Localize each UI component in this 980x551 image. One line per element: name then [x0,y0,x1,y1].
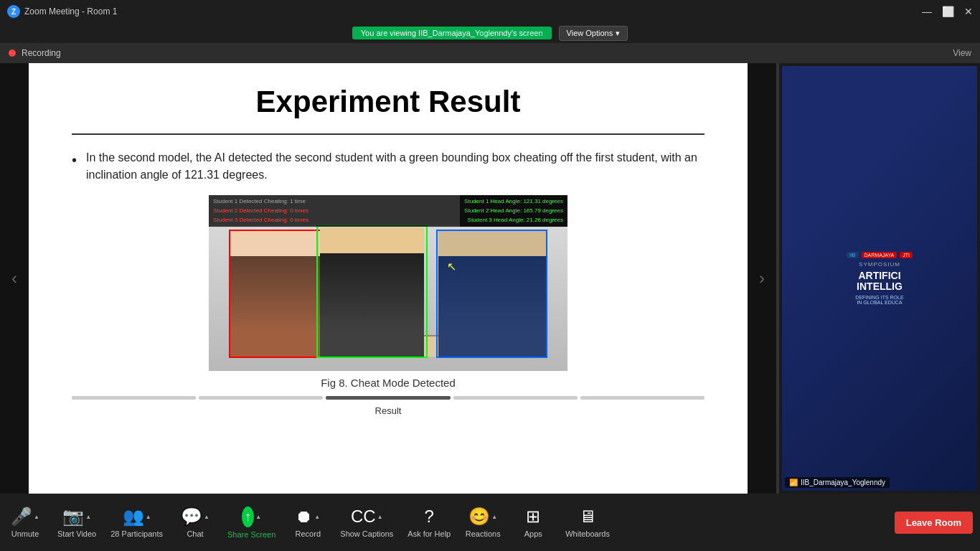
whiteboards-icon: 🖥 [579,507,596,527]
microphone-icon: 🎤 [11,507,32,527]
start-video-button[interactable]: 📷 ▲ Start Video [57,507,96,538]
help-icon-area: ? [425,507,434,527]
recording-dot [9,50,16,57]
leave-room-button[interactable]: Leave Room [895,512,973,534]
participant-name-tag: 📶 IIB_Darmajaya_Yoglenndy [785,477,890,488]
progress-seg-4 [453,396,578,400]
red-box [229,230,325,358]
video-slide-thumbnail: IIB DARMAJAYA JTI SYMPOSIUM ARTIFICIINTE… [782,66,977,491]
fig-caption: Fig 8. Cheat Mode Detected [72,377,705,389]
apps-icon-area: ⊞ [526,507,540,527]
thumb-subtitle: DEFINING ITS ROLEIN GLOBAL EDUCA [855,295,903,305]
chat-button[interactable]: 💬 ▲ Chat [177,507,213,538]
reactions-caret: ▲ [491,514,497,520]
video-caret: ▲ [85,514,91,520]
progress-seg-1 [72,396,196,400]
green-box [316,225,428,358]
whiteboards-button[interactable]: 🖥 Whiteboards [565,507,610,538]
unmute-label: Unmute [11,529,39,538]
share-label: You are viewing IIB_Darmajaya_Yoglenndy'… [352,27,552,39]
slide-label: Result [72,405,705,416]
main-content: ‹ Experiment Result In the second model,… [0,63,980,494]
help-icon: ? [425,507,434,527]
detection-scene: Student 1 Detected Cheating: 1 time Stud… [209,195,567,371]
video-icon-area: 📷 ▲ [62,507,91,527]
chat-caret: ▲ [204,514,209,520]
video-icon: 📷 [62,507,84,527]
progress-seg-2 [199,396,323,400]
participants-icon-area: 👥 ▲ [123,507,151,527]
record-icon-area: ⏺ ▲ [296,507,320,527]
thumb-title: ARTIFICIINTELLIG [857,270,903,293]
minimize-btn[interactable]: — [922,6,932,17]
share-bar: You are viewing IIB_Darmajaya_Yoglenndy'… [0,23,980,43]
reactions-icon-area: 😊 ▲ [468,507,497,527]
share-screen-icon-bg: ↑ [242,507,254,527]
recording-text: Recording [22,48,61,58]
reactions-button[interactable]: 😊 ▲ Reactions [465,507,501,538]
logo-darmajaya: DARMAJAYA [862,252,897,258]
participants-caret: ▲ [146,514,151,520]
right-panel: IIB DARMAJAYA JTI SYMPOSIUM ARTIFICIINTE… [779,63,980,494]
logo-iib: IIB [847,252,859,258]
participants-label: 28 Participants [110,529,163,538]
maximize-btn[interactable]: ⬜ [942,6,954,17]
chevron-down-icon: ▾ [616,29,620,38]
view-options-button[interactable]: View Options ▾ [559,26,628,41]
record-caret: ▲ [314,514,320,520]
signal-icon: 📶 [789,479,798,486]
apps-icon: ⊞ [526,507,540,527]
chat-icon-area: 💬 ▲ [181,507,209,527]
participant-video: IIB DARMAJAYA JTI SYMPOSIUM ARTIFICIINTE… [782,66,977,491]
slide-divider [72,133,705,135]
progress-seg-3 [326,396,450,400]
reactions-icon: 😊 [468,507,490,527]
start-video-label: Start Video [57,529,96,538]
apps-button[interactable]: ⊞ Apps [515,507,551,538]
prev-slide-arrow[interactable]: ‹ [0,63,29,494]
participant-name: IIB_Darmajaya_Yoglenndy [801,479,885,486]
angle-row-0: Student 1 Head Angle: 121.31 degrees [464,197,563,207]
logo-jti: JTI [900,252,913,258]
unmute-caret: ▲ [34,514,39,520]
unmute-button[interactable]: 🎤 ▲ Unmute [7,507,43,538]
progress-bar [72,396,705,400]
zoom-logo: Z [7,5,20,18]
symposium-label: SYMPOSIUM [859,261,900,268]
window-title: Zoom Meeting - Room 1 [24,6,117,17]
record-button[interactable]: ⏺ ▲ Record [290,507,326,538]
slide-area: Experiment Result In the second model, t… [29,63,748,494]
share-screen-icon: ↑ [245,509,251,524]
record-label: Record [296,529,321,538]
captions-icon: CC [351,507,376,527]
close-btn[interactable]: ✕ [964,6,973,17]
blue-box [436,230,547,358]
toolbar-left-group: 🎤 ▲ Unmute 📷 ▲ Start Video 👥 ▲ 28 Partic… [7,507,610,539]
recording-view-btn[interactable]: View [953,48,971,58]
slide-title: Experiment Result [72,85,705,119]
record-icon: ⏺ [296,507,313,527]
reactions-label: Reactions [466,529,501,538]
ask-help-button[interactable]: ? Ask for Help [407,507,451,538]
captions-icon-area: CC ▲ [351,507,383,527]
apps-label: Apps [524,529,542,538]
chat-icon: 💬 [181,507,202,527]
participants-button[interactable]: 👥 ▲ 28 Participants [110,507,163,538]
recording-bar: Recording View [0,43,980,63]
experiment-image: Student 1 Detected Cheating: 1 time Stud… [209,195,567,371]
share-screen-button[interactable]: ↑ ▲ Share Screen [227,507,275,539]
share-icon-area: ↑ ▲ [242,507,261,527]
ask-help-label: Ask for Help [407,529,451,538]
share-screen-label: Share Screen [227,530,275,539]
window-controls: — ⬜ ✕ [922,6,973,17]
unmute-icon-area: 🎤 ▲ [11,507,39,527]
whiteboards-label: Whiteboards [565,529,610,538]
title-bar: Z Zoom Meeting - Room 1 — ⬜ ✕ [0,0,980,23]
progress-seg-5 [580,396,705,400]
next-slide-arrow[interactable]: › [748,63,776,494]
slide-bullet-1: In the second model, the AI detected the… [72,149,705,184]
captions-button[interactable]: CC ▲ Show Captions [340,507,393,538]
share-caret: ▲ [255,514,261,520]
captions-label: Show Captions [340,529,393,538]
captions-caret: ▲ [377,514,383,520]
